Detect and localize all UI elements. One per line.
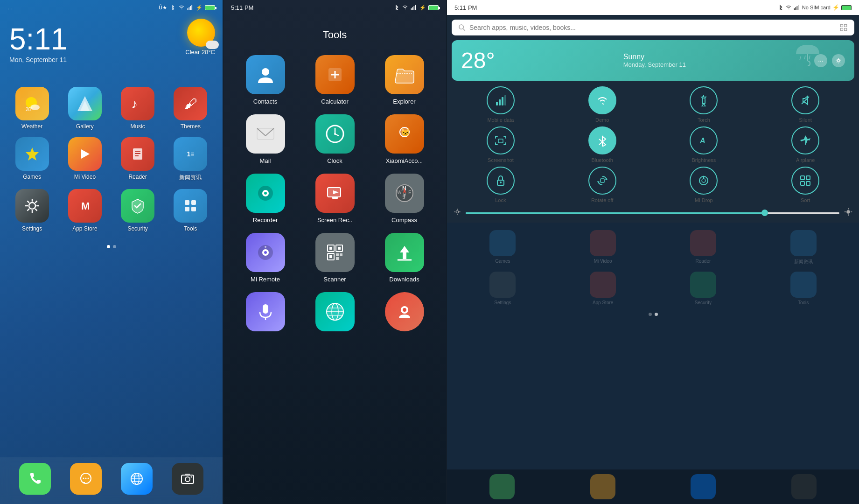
dock-phone[interactable]: [19, 463, 51, 495]
blurred-settings-label: Settings: [494, 300, 511, 305]
svg-rect-124: [498, 139, 503, 143]
blurred-dock-phone: [489, 474, 515, 499]
ctrl-rotate[interactable]: Rotate off: [553, 167, 651, 203]
svg-rect-84: [340, 253, 342, 256]
svg-rect-103: [840, 24, 843, 27]
app1-icon: [246, 292, 285, 331]
dock-camera[interactable]: [172, 463, 203, 495]
tool-app3[interactable]: [372, 292, 437, 335]
app-tools[interactable]: Tools: [166, 189, 215, 232]
blurred-mivideo-label: Mi Video: [594, 259, 612, 264]
brightness-thumb[interactable]: [761, 210, 768, 216]
app-news[interactable]: 1≡ 新闻资讯: [166, 137, 215, 182]
app-gallery[interactable]: Gallery: [60, 87, 109, 130]
svg-text:🐱: 🐱: [401, 128, 410, 137]
gallery-svg: [76, 94, 94, 113]
dock-browser[interactable]: [121, 463, 153, 495]
tool-contacts[interactable]: Contacts: [233, 55, 298, 105]
tool-compass[interactable]: N S W E Compass: [372, 174, 437, 224]
screenshot-label: Screenshot: [488, 157, 514, 163]
blurred-news: 新闻资讯: [755, 230, 852, 265]
sort-btn[interactable]: [791, 167, 819, 195]
charge-icon-p3: ⚡: [832, 4, 839, 11]
bluetooth-btn[interactable]: [588, 126, 616, 154]
contacts-label: Contacts: [253, 98, 277, 105]
home-screen-panel: ... Ǘ★ ⚡ 5:11 Mon, September 11 Clear 28…: [0, 0, 223, 504]
time-p2: 5:11 PM: [231, 4, 253, 11]
games-svg: [24, 146, 41, 162]
ctrl-sort[interactable]: Sort: [756, 167, 854, 203]
app2-icon: [315, 292, 355, 331]
svg-line-126: [599, 142, 602, 145]
blurred-games-label: Games: [495, 259, 510, 264]
tool-xiaomi[interactable]: 🐱 XiaomiAcco...: [372, 114, 437, 164]
svg-rect-114: [502, 97, 503, 105]
gallery-app-icon: [68, 87, 102, 120]
dock-messages[interactable]: [70, 463, 102, 495]
ctrl-silent[interactable]: Silent: [756, 86, 854, 123]
games-label: Games: [23, 174, 41, 180]
blurred-appstore: App Store: [555, 272, 651, 305]
tool-app1[interactable]: [233, 292, 298, 335]
settings-label: Settings: [22, 225, 42, 232]
battery-icon-p3: [841, 5, 852, 10]
tool-clock[interactable]: Clock: [302, 114, 367, 164]
appstore-label: App Store: [72, 225, 97, 232]
tool-explorer[interactable]: Explorer: [372, 55, 437, 105]
gear-icon-weather: [835, 57, 842, 64]
ctrl-airplane[interactable]: Airplane: [756, 126, 854, 163]
ctrl-mobile-data[interactable]: Mobile data: [452, 86, 550, 123]
svg-point-33: [85, 478, 86, 479]
svg-point-48: [262, 68, 269, 76]
brightness-slider[interactable]: [466, 212, 839, 214]
ctrl-screenshot[interactable]: Screenshot: [452, 126, 550, 163]
tools-app-icon: [174, 189, 207, 223]
screenshot-btn[interactable]: [487, 126, 515, 154]
tool-screenrec[interactable]: Screen Rec..: [302, 174, 367, 224]
dot-active: [107, 245, 110, 248]
app-games[interactable]: Games: [7, 137, 56, 182]
silent-btn[interactable]: [791, 86, 819, 114]
ctrl-lock[interactable]: Lock: [452, 167, 550, 203]
tool-app2[interactable]: [302, 292, 367, 335]
rotate-btn[interactable]: [588, 167, 616, 195]
airplane-btn[interactable]: [791, 126, 819, 154]
ctrl-wifi[interactable]: Demo: [553, 86, 651, 123]
lock-btn[interactable]: [487, 167, 515, 195]
tool-downloads[interactable]: Downloads: [372, 233, 437, 283]
tool-recorder[interactable]: Recorder: [233, 174, 298, 224]
ctrl-torch[interactable]: Torch: [655, 86, 753, 123]
midrop-btn[interactable]: [690, 167, 718, 195]
svg-point-43: [191, 476, 192, 478]
search-bar[interactable]: [452, 20, 854, 35]
blurred-dock: [447, 469, 859, 504]
tool-mail[interactable]: Mail: [233, 114, 298, 164]
app-themes[interactable]: 🖌 Themes: [166, 87, 215, 130]
svg-point-146: [846, 210, 850, 214]
app-mivideo[interactable]: Mi Video: [60, 137, 109, 182]
app-reader[interactable]: Reader: [113, 137, 162, 182]
ctrl-midrop[interactable]: Mi Drop: [655, 167, 753, 203]
bluetooth-icon-p1: [169, 5, 176, 10]
app-weather[interactable]: 28° Weather: [7, 87, 56, 130]
wifi-btn[interactable]: [588, 86, 616, 114]
bluetooth-icon: Ǘ★: [159, 5, 167, 11]
app-settings[interactable]: Settings: [7, 189, 56, 232]
app-music[interactable]: ♪ Music: [113, 87, 162, 130]
status-icons-panel1: Ǘ★ ⚡: [159, 5, 215, 11]
tool-scanner[interactable]: Scanner: [302, 233, 367, 283]
brightness-btn[interactable]: A: [690, 126, 718, 154]
blurred-security-icon: [690, 272, 716, 298]
ctrl-bluetooth[interactable]: Bluetooth: [553, 126, 651, 163]
search-input-p3[interactable]: [469, 24, 836, 31]
svg-rect-106: [845, 28, 847, 31]
weather-settings-btn[interactable]: [832, 54, 845, 67]
torch-btn[interactable]: [690, 86, 718, 114]
app-security[interactable]: Security: [113, 189, 162, 232]
svg-rect-140: [806, 182, 810, 185]
mobile-data-btn[interactable]: [487, 86, 515, 114]
tool-miremote[interactable]: Mi Remote: [233, 233, 298, 283]
ctrl-brightness[interactable]: A Brightness: [655, 126, 753, 163]
app-appstore[interactable]: M App Store: [60, 189, 109, 232]
tool-calculator[interactable]: Calculator: [302, 55, 367, 105]
